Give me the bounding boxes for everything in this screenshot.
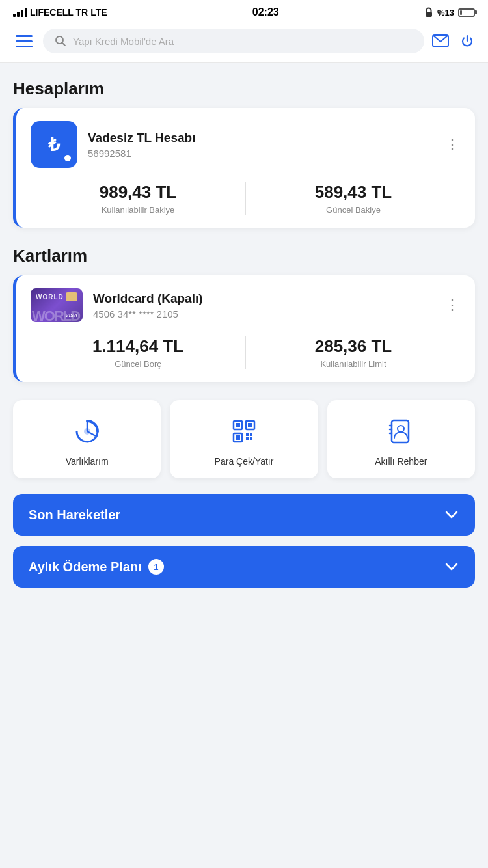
chip-icon	[66, 292, 77, 301]
current-balance-item: 589,43 TL Güncel Bakiye	[246, 182, 461, 215]
battery-percent: %13	[437, 8, 454, 18]
hamburger-button[interactable]	[13, 33, 35, 50]
account-card-header: ₺ Vadesiz TL Hesabı 56992581 ⋮	[31, 121, 461, 168]
aylik-odeme-plani-title: Aylık Ödeme Planı	[29, 560, 142, 575]
account-balance-row: 989,43 TL Kullanılabilir Bakiye 589,43 T…	[31, 182, 461, 215]
available-limit-label: Kullanılabilir Limit	[246, 359, 461, 369]
svg-rect-13	[236, 435, 240, 440]
action-para-cek-yatir[interactable]: Para Çek/Yatır	[170, 400, 318, 478]
account-name: Vadesiz TL Hesabı	[88, 131, 195, 145]
status-bar: LIFECELL TR LTE 02:23 %13	[0, 0, 488, 22]
nav-action-icons	[432, 33, 475, 49]
credit-card-header-left: WORLD WORLD VISA Worldcard (Kapalı) 4506…	[31, 288, 203, 322]
svg-rect-9	[236, 423, 240, 427]
account-info: Vadesiz TL Hesabı 56992581	[88, 131, 195, 159]
available-balance-item: 989,43 TL Kullanılabilir Bakiye	[31, 182, 246, 215]
credit-card-more-button[interactable]: ⋮	[445, 297, 461, 314]
credit-card-info: Worldcard (Kapalı) 4506 34** **** 2105	[93, 292, 203, 319]
search-bar[interactable]: Yapı Kredi Mobil'de Ara	[43, 29, 424, 53]
account-more-button[interactable]: ⋮	[445, 136, 461, 153]
carrier-name: LIFECELL TR	[30, 7, 88, 18]
account-header-left: ₺ Vadesiz TL Hesabı 56992581	[31, 121, 195, 168]
para-cek-yatir-label: Para Çek/Yatır	[215, 456, 274, 467]
aylik-odeme-plani-section[interactable]: Aylık Ödeme Planı 1	[13, 546, 475, 588]
search-icon	[55, 35, 66, 47]
aylik-odeme-header-left: Aylık Ödeme Planı 1	[29, 559, 164, 575]
svg-rect-16	[246, 437, 249, 440]
credit-card-number: 4506 34** **** 2105	[93, 308, 203, 319]
current-debt-label: Güncel Borç	[31, 359, 245, 369]
contact-book-icon	[384, 414, 418, 448]
credit-card-card: WORLD WORLD VISA Worldcard (Kapalı) 4506…	[13, 275, 475, 382]
account-number: 56992581	[88, 148, 195, 159]
quick-actions-row: Varlıklarım Para Çek/Yatır	[13, 400, 475, 478]
search-placeholder: Yapı Kredi Mobil'de Ara	[73, 36, 174, 47]
account-card: ₺ Vadesiz TL Hesabı 56992581 ⋮ 989,43 TL…	[13, 108, 475, 228]
credit-card-header: WORLD WORLD VISA Worldcard (Kapalı) 4506…	[31, 288, 461, 322]
varliklarim-label: Varlıklarım	[66, 456, 109, 467]
pie-chart-icon	[70, 414, 104, 448]
svg-rect-17	[250, 437, 252, 440]
available-limit-item: 285,36 TL Kullanılabilir Limit	[246, 336, 461, 369]
current-balance-label: Güncel Bakiye	[246, 205, 461, 215]
aylik-odeme-chevron-icon	[444, 559, 459, 575]
available-balance-amount: 989,43 TL	[31, 182, 245, 202]
credit-card-name: Worldcard (Kapalı)	[93, 292, 203, 306]
action-akilli-rehber[interactable]: Akıllı Rehber	[327, 400, 475, 478]
son-hareketler-chevron-icon	[444, 507, 459, 522]
nav-bar: Yapı Kredi Mobil'de Ara	[0, 22, 488, 63]
credit-card-balance-row: 1.114,64 TL Güncel Borç 285,36 TL Kullan…	[31, 336, 461, 369]
available-limit-amount: 285,36 TL	[246, 336, 461, 357]
current-debt-amount: 1.114,64 TL	[31, 336, 245, 357]
tl-symbol: ₺	[48, 134, 60, 156]
current-balance-amount: 589,43 TL	[246, 182, 461, 202]
svg-line-2	[62, 43, 66, 46]
accounts-title: Hesaplarım	[13, 79, 475, 99]
available-balance-label: Kullanılabilir Bakiye	[31, 205, 245, 215]
signal-icon	[13, 8, 27, 17]
world-card-visual: WORLD WORLD VISA	[31, 288, 83, 322]
status-right-icons: %13	[424, 7, 475, 18]
svg-rect-15	[250, 433, 252, 436]
svg-rect-11	[248, 423, 252, 427]
power-button[interactable]	[459, 33, 475, 49]
lock-icon	[424, 7, 433, 18]
svg-point-19	[398, 426, 404, 432]
network-type: LTE	[90, 7, 107, 18]
battery-icon	[458, 8, 475, 17]
status-time: 02:23	[252, 7, 279, 18]
aylik-odeme-badge: 1	[148, 559, 164, 575]
qr-code-icon	[227, 414, 261, 448]
cards-title: Kartlarım	[13, 246, 475, 266]
dot-indicator	[64, 155, 71, 161]
akilli-rehber-label: Akıllı Rehber	[375, 456, 427, 467]
current-debt-item: 1.114,64 TL Güncel Borç	[31, 336, 246, 369]
son-hareketler-section[interactable]: Son Hareketler	[13, 494, 475, 536]
accounts-section: Hesaplarım ₺ Vadesiz TL Hesabı 56992581 …	[13, 79, 475, 228]
mail-button[interactable]	[432, 34, 449, 47]
svg-rect-14	[246, 433, 249, 436]
action-varliklarim[interactable]: Varlıklarım	[13, 400, 161, 478]
svg-rect-0	[426, 12, 432, 17]
status-carrier: LIFECELL TR LTE	[13, 7, 107, 18]
world-card-visa: VISA	[36, 312, 77, 318]
son-hareketler-title: Son Hareketler	[29, 508, 120, 522]
tl-account-icon: ₺	[31, 121, 77, 168]
world-card-brand-top: WORLD	[36, 293, 64, 301]
main-content: Hesaplarım ₺ Vadesiz TL Hesabı 56992581 …	[0, 63, 488, 611]
cards-section: Kartlarım WORLD WORLD VISA Worldcard (Ka…	[13, 246, 475, 382]
